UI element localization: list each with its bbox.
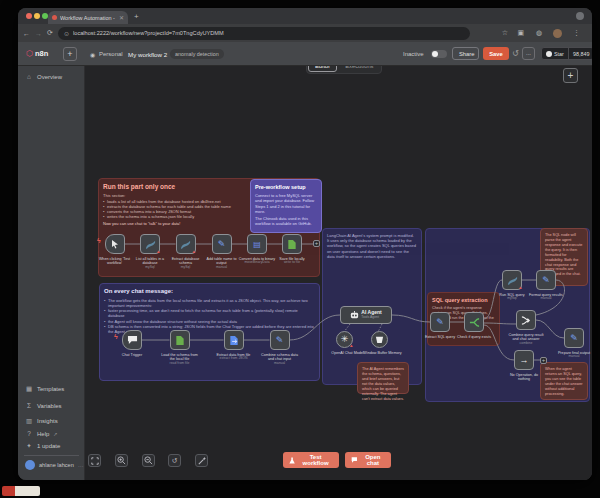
site-info-icon[interactable]: ⊙ <box>64 30 69 37</box>
sticky-chat-table-note[interactable]: When the agent returns an SQL query, you… <box>540 362 588 400</box>
insights-icon: ▥ <box>25 417 33 425</box>
connector-endpoint[interactable]: + <box>313 240 320 247</box>
new-tab-button[interactable]: + <box>134 12 139 22</box>
node-extract-file[interactable] <box>224 330 244 350</box>
background-window-fragment-white <box>15 486 40 496</box>
tab-favicon <box>52 15 57 20</box>
open-chat-button[interactable]: Open chat <box>345 452 391 468</box>
sidebar-user-row[interactable]: ahlane lahcen … <box>25 460 84 470</box>
zoom-out-button[interactable] <box>142 454 155 467</box>
sidebar: ⌂ Overview ▦ Templates Σ Variables ▥ Ins… <box>18 66 85 480</box>
sidebar-item-insights[interactable]: ▥ Insights <box>25 417 58 425</box>
node-no-operation[interactable]: → <box>514 350 534 370</box>
sidebar-item-variables[interactable]: Σ Variables <box>25 402 62 409</box>
add-panel-button[interactable]: + <box>63 47 77 61</box>
github-star-widget[interactable]: Star 98,849 <box>541 47 592 60</box>
gift-icon: ✦ <box>25 442 33 450</box>
node-label: Extract database schemamySql <box>166 257 206 269</box>
zoom-out-icon <box>144 456 153 465</box>
pencil-icon: ✎ <box>218 239 226 249</box>
tab-close-icon[interactable]: ✕ <box>119 14 124 21</box>
tidy-up-button[interactable] <box>195 454 208 467</box>
node-label: Window Buffer Memory <box>363 351 403 355</box>
sticky-agent-memory[interactable]: The AI Agent remembers the schema, quest… <box>357 362 409 394</box>
node-combine-schema-chat[interactable]: ✎ <box>270 330 290 350</box>
zoom-in-icon <box>117 456 126 465</box>
user-menu-icon[interactable]: … <box>78 462 84 468</box>
pencil-icon: ✎ <box>436 317 444 327</box>
node-load-schema[interactable] <box>170 330 190 350</box>
node-chat-trigger[interactable] <box>122 330 142 350</box>
node-extract-sql[interactable]: ✎ <box>430 312 450 332</box>
history-icon[interactable]: ↺ <box>512 49 519 58</box>
arrow-right-icon: → <box>520 355 529 365</box>
trigger-bolt-icon[interactable]: ϟ <box>97 237 101 244</box>
trigger-bolt-icon[interactable]: ϟ <box>114 333 118 340</box>
browser-menu-icon[interactable]: ⋮ <box>573 29 580 37</box>
sidebar-item-templates[interactable]: ▦ Templates <box>25 385 64 393</box>
sticky-agent-region-text: LangChain AI Agent's system prompt is mo… <box>327 233 417 259</box>
downloads-icon[interactable]: ◍ <box>536 29 542 37</box>
workflow-menu-button[interactable]: ... <box>522 47 535 60</box>
canvas-add-node-button[interactable]: + <box>563 68 578 83</box>
reset-zoom-button[interactable]: ↺ <box>168 454 181 467</box>
node-label: Load the schema from the local fileread … <box>160 353 200 365</box>
tab-strip-profile-icon[interactable] <box>576 12 584 20</box>
node-prepare-final-output[interactable]: ✎ <box>564 328 584 348</box>
test-workflow-button[interactable]: Test workflow <box>283 452 339 468</box>
extensions-icon[interactable]: ▣ <box>517 29 524 37</box>
workflow-canvas[interactable]: Editor Executions + LangChain AI Agent's… <box>85 66 592 480</box>
bookmark-star-icon[interactable]: ☆ <box>502 29 508 37</box>
if-branch-icon <box>469 317 480 328</box>
status-label: Inactive <box>403 51 424 57</box>
browser-profile-avatar[interactable] <box>553 29 562 38</box>
node-label: Add table name to outputmanual <box>202 257 242 269</box>
node-label: Save file locallywrite to file <box>272 257 312 265</box>
zoom-in-button[interactable] <box>115 454 128 467</box>
share-button[interactable]: Share <box>452 47 479 60</box>
node-check-query-exists[interactable] <box>464 312 484 332</box>
active-toggle[interactable] <box>431 50 447 58</box>
node-format-results[interactable]: ✎ <box>536 270 556 290</box>
node-save-file[interactable] <box>282 234 302 254</box>
openai-icon: ✳ <box>341 335 349 344</box>
sidebar-item-updates[interactable]: ✦ 1 update <box>25 442 60 450</box>
node-combine-result-answer[interactable] <box>516 310 536 330</box>
node-window-buffer-memory[interactable] <box>371 331 388 348</box>
n8n-logo[interactable]: ⬡ n8n <box>26 49 48 58</box>
back-icon[interactable]: ← <box>23 30 30 37</box>
sticky-pre-setup[interactable]: Pre-workflow setup Connect to a free MyS… <box>250 179 322 233</box>
memory-bucket-icon <box>375 335 384 344</box>
reload-icon[interactable]: ⟳ <box>47 29 53 37</box>
tab-editor[interactable]: Editor <box>308 66 337 72</box>
browser-toolbar: ← → ⟳ ⊙ localhost:2222/workflow/new?proj… <box>18 24 592 42</box>
minimize-window-button[interactable] <box>34 13 40 19</box>
url-text: localhost:2222/workflow/new?projectId=7m… <box>73 30 224 36</box>
node-label: Combine query result and chat answercomb… <box>506 333 546 345</box>
workflow-name[interactable]: My workflow 2 <box>128 51 167 58</box>
sidebar-item-help[interactable]: ? Help ↗ <box>25 430 58 437</box>
save-button[interactable]: Save <box>483 47 509 60</box>
node-convert-binary[interactable]: ▤ <box>247 234 267 254</box>
browser-tab[interactable]: Workflow Automation - n8n ✕ <box>48 11 128 24</box>
connector-endpoint[interactable]: + <box>540 357 547 364</box>
sidebar-item-overview[interactable]: ⌂ Overview <box>25 73 62 80</box>
forward-icon[interactable]: → <box>35 30 42 37</box>
home-icon: ⌂ <box>25 73 33 80</box>
fit-view-button[interactable] <box>88 454 101 467</box>
node-manual-trigger[interactable] <box>105 234 125 254</box>
n8n-logo-text: n8n <box>35 49 48 58</box>
node-ai-agent[interactable]: AI AgentTools Agent <box>340 306 392 324</box>
address-bar[interactable]: ⊙ localhost:2222/workflow/new?projectId=… <box>58 27 470 40</box>
warning-icon: ▲ <box>192 250 196 255</box>
node-add-table-name[interactable]: ✎ <box>212 234 232 254</box>
close-window-button[interactable] <box>26 13 32 19</box>
chat-icon <box>351 456 358 464</box>
breadcrumb-project[interactable]: Personal <box>99 51 123 57</box>
node-label: List all tables in a databasemySql <box>130 257 170 269</box>
chat-bubble-icon <box>127 335 138 345</box>
tidy-wand-icon <box>198 457 206 465</box>
pencil-icon: ✎ <box>276 335 284 345</box>
workflow-tag[interactable]: anomaly detection <box>170 49 224 59</box>
tab-executions[interactable]: Executions <box>339 66 379 71</box>
